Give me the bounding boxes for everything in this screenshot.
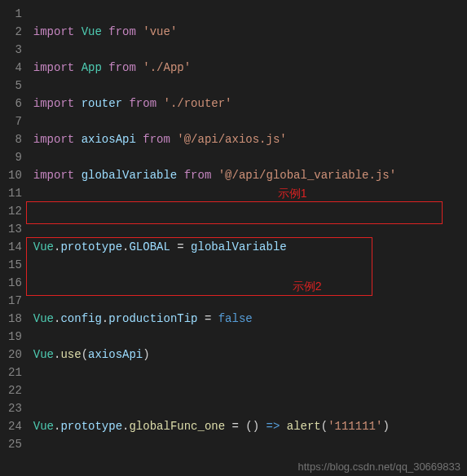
line-number: 15 xyxy=(8,256,22,274)
line-number: 17 xyxy=(8,292,22,310)
code-line[interactable]: import router from './router' xyxy=(33,95,467,112)
line-number: 12 xyxy=(8,202,22,220)
line-number: 10 xyxy=(8,166,22,184)
line-number: 16 xyxy=(8,274,22,292)
line-number: 11 xyxy=(8,184,22,202)
line-number: 1 xyxy=(8,5,22,23)
annotation-example-1: 示例1 xyxy=(278,184,307,202)
line-number: 4 xyxy=(8,59,22,77)
watermark: https://blog.csdn.net/qq_30669833 xyxy=(298,461,461,473)
line-number: 19 xyxy=(8,328,22,346)
line-number: 13 xyxy=(8,220,22,238)
line-number: 18 xyxy=(8,310,22,328)
code-content[interactable]: import Vue from 'vue' import App from '.… xyxy=(33,0,467,476)
line-number: 5 xyxy=(8,77,22,95)
code-line[interactable] xyxy=(33,202,467,220)
line-number: 24 xyxy=(8,417,22,435)
code-line[interactable]: Vue.prototype.globalFunc_one = () => ale… xyxy=(33,417,467,435)
annotation-example-2: 示例2 xyxy=(293,277,322,295)
line-number: 3 xyxy=(8,41,22,59)
line-number: 7 xyxy=(8,112,22,130)
code-editor[interactable]: 1 2 3 4 5 6 7 8 9 10 11 12 13 14 15 16 1… xyxy=(0,0,467,476)
line-number: 6 xyxy=(8,95,22,112)
line-number: 14 xyxy=(8,238,22,256)
line-number: 21 xyxy=(8,364,22,381)
code-line[interactable] xyxy=(33,381,467,399)
line-number: 9 xyxy=(8,148,22,166)
code-line[interactable]: Vue.use(axiosApi) xyxy=(33,346,467,364)
line-number: 2 xyxy=(8,23,22,41)
code-line[interactable]: import globalVariable from '@/api/global… xyxy=(33,166,467,184)
line-number: 8 xyxy=(8,130,22,148)
code-line[interactable]: Vue.prototype.GLOBAL = globalVariable xyxy=(33,238,467,256)
line-number: 23 xyxy=(8,399,22,417)
code-line[interactable]: import Vue from 'vue' xyxy=(33,23,467,41)
line-number: 25 xyxy=(8,435,22,453)
code-line[interactable]: import axiosApi from '@/api/axios.js' xyxy=(33,130,467,148)
code-line[interactable] xyxy=(33,274,467,292)
code-line[interactable]: import App from './App' xyxy=(33,59,467,77)
line-number-gutter: 1 2 3 4 5 6 7 8 9 10 11 12 13 14 15 16 1… xyxy=(0,0,33,476)
line-number: 20 xyxy=(8,346,22,364)
code-line[interactable]: Vue.config.productionTip = false xyxy=(33,310,467,328)
line-number: 22 xyxy=(8,381,22,399)
